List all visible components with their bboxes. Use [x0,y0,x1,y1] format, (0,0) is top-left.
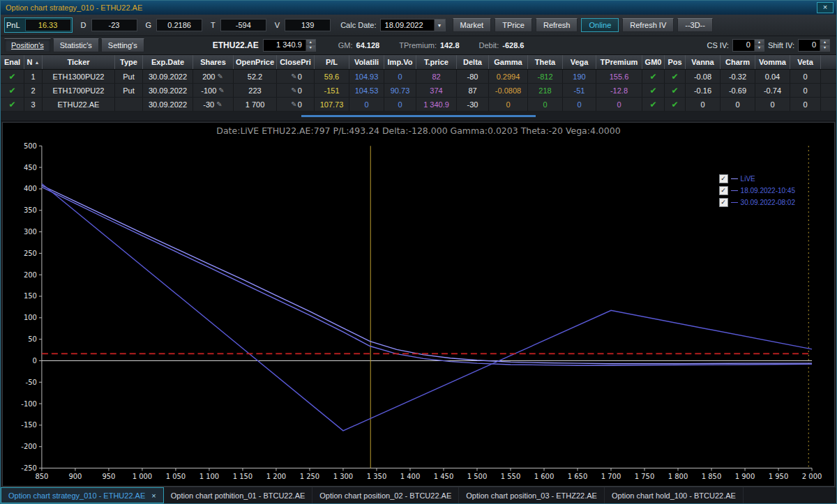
spin-up-icon[interactable]: ▴ [306,40,315,45]
y-tick-label: -100 [21,400,37,408]
shift-iv-input[interactable]: 0 ▴▾ [798,39,830,52]
edit-icon[interactable]: ✎ [291,100,296,108]
edit-icon[interactable]: ✎ [291,72,296,80]
column-header-shares[interactable]: Shares [193,55,234,69]
shift-iv-spinner[interactable]: ▴▾ [820,40,829,51]
column-header-tprice[interactable]: T.price [416,55,457,69]
cell-pos[interactable]: ✔ [665,98,686,111]
cell-gm0[interactable]: ✔ [642,84,665,97]
edit-icon[interactable]: ✎ [291,86,296,94]
column-header-pl[interactable]: P/L [315,55,349,69]
legend-checkbox[interactable]: ✓ [719,186,728,195]
cell-gm0[interactable]: ✔ [642,70,665,83]
spin-up-icon[interactable]: ▴ [820,40,829,45]
column-header-pos[interactable]: Pos [665,55,686,69]
market-button[interactable]: Market [453,18,492,32]
main-toolbar: PnL16.33D-23G0.2186T-594V139 Calc Date: … [1,15,836,36]
bottom-tab-2[interactable]: Option chart pothition_01 - BTCU22.AE [164,487,313,503]
table-row[interactable]: ✔2ETH1700PU22Put30.09.2022-100✎223✎0-151… [1,84,836,98]
dropdown-arrow-icon[interactable]: ▼ [434,20,445,31]
column-label: Enal [4,58,20,66]
tprice-button[interactable]: TPrice [495,18,532,32]
window-close-icon[interactable]: × [817,2,834,13]
cs-iv-spinner[interactable]: ▴▾ [754,40,764,51]
refresh-iv-button[interactable]: Refresh IV [622,18,674,32]
x-tick-label: 1 350 [367,473,387,480]
calc-date-input[interactable]: 18.09.2022 ▼ [380,19,446,31]
cell-gm0[interactable]: ✔ [642,98,665,111]
legend-checkbox[interactable]: ✓ [719,174,728,183]
tab-positions[interactable]: Position's [4,38,51,52]
bottom-tab-1[interactable]: Option chart strategy_010 - ETHU22.AE× [1,487,164,503]
bottom-tab-5[interactable]: Option chart hold_100 - BTCU22.AE [605,487,744,503]
column-header-vega[interactable]: Vega [563,55,596,69]
column-header-impvo[interactable]: Imp.Vo [384,55,416,69]
spin-down-icon[interactable]: ▾ [306,45,315,51]
refresh-button[interactable]: Refresh [536,18,578,32]
cell-value: 0 [298,72,302,81]
y-tick-label: -250 [21,464,37,472]
table-hscrollbar[interactable] [1,112,836,121]
bottom-tab-4[interactable]: Option chart position_03 - ETHZ22.AE [459,487,605,503]
cell-value: 0 [735,100,739,109]
column-header-theta[interactable]: Theta [528,55,563,69]
chart-canvas[interactable]: Date:LiVE ETHU22.AE:797 P/L:493.24 Delta… [3,123,834,486]
summary-fields: GM:64.128TPremium:142.8Debit:-628.6 [338,41,544,49]
table-row[interactable]: ✔1ETH1300PU22Put30.09.2022200✎52.2✎059.6… [1,70,836,84]
column-header-openprice[interactable]: OpenPrice [234,55,277,69]
payoff-chart[interactable]: Date:LiVE ETHU22.AE:797 P/L:493.24 Delta… [2,122,835,487]
cell-enal[interactable]: ✔ [1,70,24,83]
column-header-gamma[interactable]: Gamma [489,55,528,69]
table-row[interactable]: ✔3ETHU22.AE30.09.2022-30✎1 700✎0107.7300… [1,98,836,112]
x-tick-label: 1 450 [434,473,454,480]
scrollbar-thumb[interactable] [301,115,535,117]
column-header-gm0[interactable]: GM0 [642,55,665,69]
column-header-delta[interactable]: Delta [457,55,489,69]
legend-checkbox[interactable]: ✓ [719,198,728,207]
column-header-n[interactable]: N▲ [24,55,43,69]
edit-icon[interactable]: ✎ [217,72,223,80]
cell-value: 0 [298,100,302,109]
column-header-vanna[interactable]: Vanna [686,55,721,69]
spin-up-icon[interactable]: ▴ [755,40,764,45]
column-header-enal[interactable]: Enal [1,55,24,69]
edit-icon[interactable]: ✎ [218,86,224,94]
tab-close-icon[interactable]: × [151,491,156,500]
column-header-vol[interactable]: Volatili [349,55,384,69]
cs-iv-input[interactable]: 0 ▴▾ [732,39,764,52]
cell-closeprice: ✎0 [277,98,315,111]
cell-enal[interactable]: ✔ [1,98,24,111]
price-input[interactable]: 1 340.9 ▴▾ [263,39,316,52]
price-spinner[interactable]: ▴▾ [306,40,315,51]
column-header-tpremium[interactable]: TPremium [596,55,642,69]
tab-statistics[interactable]: Statistic's [53,38,99,52]
spin-down-icon[interactable]: ▾ [755,45,764,51]
column-header-expdate[interactable]: Exp.Date [143,55,193,69]
spin-down-icon[interactable]: ▾ [820,45,829,51]
column-header-charm[interactable]: Charm [721,55,755,69]
cell-value: 0 [803,86,807,95]
cell-pos[interactable]: ✔ [665,70,686,83]
cell-charm: -0.32 [721,70,755,83]
online-button[interactable]: Online [581,18,619,32]
column-label: Imp.Vo [388,58,413,66]
column-label: Vomma [759,58,786,66]
column-header-vomma[interactable]: Vomma [755,55,790,69]
cell-value: -0.32 [729,72,746,81]
bottom-tab-3[interactable]: Option chart position_02 - BTCU22.AE [312,487,459,503]
column-header-closeprice[interactable]: ClosePri [277,55,315,69]
y-tick-label: 450 [24,164,37,171]
edit-icon[interactable]: ✎ [216,100,222,108]
column-header-veta[interactable]: Veta [790,55,821,69]
3d-button[interactable]: --3D-- [677,18,713,32]
metric-label: PnL [5,21,25,29]
cell-value: 0 [803,72,807,81]
column-label: Type [120,58,137,66]
column-label: Vega [571,58,589,66]
cell-pos[interactable]: ✔ [665,84,686,97]
column-header-type[interactable]: Type [115,55,143,69]
cell-enal[interactable]: ✔ [1,84,24,97]
column-header-ticker[interactable]: Ticker [43,55,115,69]
cell-value: 0 [298,86,302,95]
tab-settings[interactable]: Setting's [101,38,144,52]
